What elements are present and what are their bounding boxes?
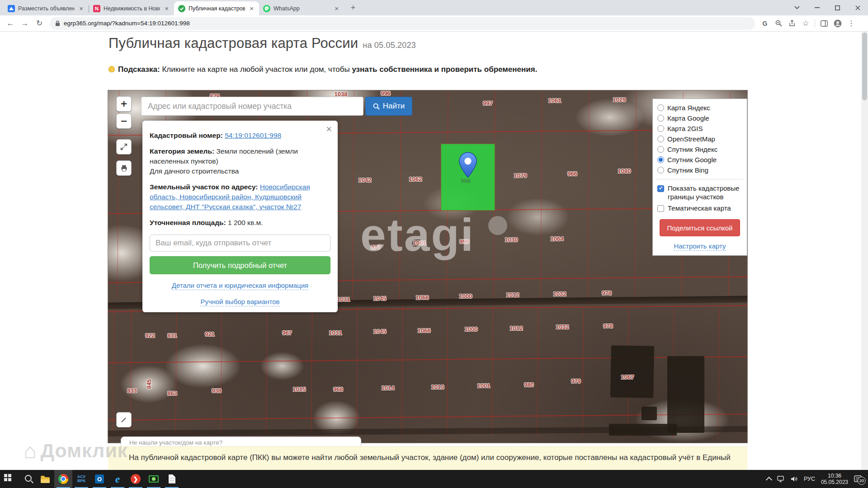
parcel-label-978[interactable]: 978	[602, 290, 612, 296]
tab-realty-novosibirsk[interactable]: N Недвижимость в Новосибирске ×	[89, 1, 174, 15]
tray-expand-chevron-icon[interactable]	[766, 477, 772, 483]
layer-option-4[interactable]: OpenStreetMap	[653, 134, 747, 144]
get-report-button[interactable]: Получить подробный отчет	[150, 256, 330, 274]
internet-explorer-button[interactable]: e	[108, 470, 127, 488]
menu-icon[interactable]: ⋮	[845, 17, 858, 30]
parcel-label-938[interactable]: 938	[212, 387, 222, 394]
parcel-label-1032[interactable]: 1032	[556, 324, 569, 330]
parcel-label-1012[interactable]: 1012	[510, 325, 523, 332]
parcel-label-1062[interactable]: 1062	[409, 176, 422, 183]
profile-avatar-icon[interactable]	[831, 17, 844, 30]
layer-option-7[interactable]: Спутник Bing	[653, 165, 747, 175]
map-search-button[interactable]: Найти	[365, 97, 412, 116]
draw-pencil-button[interactable]	[116, 412, 132, 427]
layer-option-5[interactable]: Спутник Яндекс	[653, 144, 747, 155]
share-link-button[interactable]: Поделиться ссылкой	[660, 219, 740, 236]
fullscreen-button[interactable]	[116, 139, 132, 155]
new-tab-button[interactable]: +	[347, 2, 359, 14]
layer-option-1[interactable]: Карта Яндекс	[653, 103, 747, 113]
map-marker-pin-icon[interactable]	[458, 152, 478, 178]
forward-button[interactable]: →	[18, 17, 32, 30]
parcel-label-833[interactable]: 833	[127, 387, 137, 394]
parcel-label-1064[interactable]: 1064	[551, 235, 564, 242]
parcel-label-1000[interactable]: 1000	[465, 326, 478, 333]
configure-map-link[interactable]: Настроить карту	[674, 242, 726, 251]
parcel-label-1079[interactable]: 1079	[514, 172, 527, 179]
parcel-label-1080[interactable]: 1080	[618, 168, 631, 174]
scrollbar-thumb[interactable]	[862, 33, 867, 100]
popup-close-icon[interactable]: ×	[326, 124, 332, 134]
parcel-label-1067[interactable]: 1067	[621, 374, 634, 380]
tab-cadastral-map-active[interactable]: Публичная кадастровая карта - ×	[174, 1, 259, 15]
layer-option-6[interactable]: Спутник Google	[653, 155, 747, 165]
parcel-label-1031[interactable]: 1031	[329, 329, 342, 336]
parcel-label-1032[interactable]: 1032	[553, 291, 566, 297]
tab-post-ad[interactable]: Разместить объявление о прод ×	[4, 1, 89, 15]
parcel-label-1000[interactable]: 1000	[459, 293, 472, 300]
parcel-label-1045[interactable]: 1045	[373, 295, 387, 302]
zoom-out-button[interactable]: −	[116, 113, 132, 129]
reload-button[interactable]: ↻	[33, 17, 46, 30]
tab-close-icon[interactable]: ×	[333, 5, 340, 12]
red-app-button[interactable]: ❯	[127, 470, 145, 488]
close-button[interactable]	[848, 0, 868, 15]
parcel-label-978[interactable]: 978	[603, 323, 613, 329]
notification-center[interactable]: 20	[854, 475, 863, 483]
parcel-label-1013[interactable]: 1013	[431, 384, 444, 390]
bookmark-star-icon[interactable]: ☆	[799, 17, 812, 30]
tab-whatsapp[interactable]: WhatsApp ×	[259, 1, 344, 15]
translate-icon[interactable]: G	[759, 17, 771, 30]
parcel-label-997[interactable]: 997	[483, 100, 493, 107]
tab-close-icon[interactable]: ×	[78, 5, 85, 12]
parcel-label-1030[interactable]: 1030	[505, 236, 518, 243]
parcel-label-996[interactable]: 996	[381, 90, 391, 97]
kad-number-link[interactable]: 54:19:012601:998	[225, 131, 281, 139]
share-icon[interactable]	[786, 17, 798, 30]
parcel-label-1061[interactable]: 1061	[548, 97, 561, 104]
parcel-label-1042[interactable]: 1042	[359, 177, 372, 183]
parcel-label-968[interactable]: 968	[333, 386, 343, 393]
report-details-link[interactable]: Детали отчета и юридическая информация	[172, 282, 308, 290]
parcel-label-979[interactable]: 979	[571, 378, 581, 385]
parcel-label-966[interactable]: 966	[567, 170, 577, 177]
maximize-button[interactable]	[827, 0, 848, 15]
parcel-label-1015[interactable]: 1015	[293, 386, 306, 393]
network-icon[interactable]	[777, 476, 785, 482]
back-button[interactable]: ←	[4, 17, 17, 30]
parcel-label-1066[interactable]: 1066	[416, 294, 429, 301]
parcel-label-922[interactable]: 922	[145, 332, 155, 339]
minimize-button[interactable]	[807, 0, 827, 15]
checkbox-cadastral-borders[interactable]: Показать кадастровые границы участков	[653, 183, 747, 203]
cadastral-map[interactable]: 998 829103899699710611029104210621079966…	[108, 90, 747, 443]
zoom-in-button[interactable]: +	[116, 96, 132, 112]
page-scrollbar[interactable]	[861, 32, 868, 470]
parcel-label-1031[interactable]: 1031	[337, 296, 350, 303]
manual-variants-link[interactable]: Ручной выбор вариантов	[200, 298, 279, 306]
email-input[interactable]	[150, 235, 330, 252]
layer-option-2[interactable]: Карта Google	[653, 113, 747, 123]
file-explorer-button[interactable]	[36, 470, 54, 488]
parcel-label-1001[interactable]: 1001	[477, 382, 491, 389]
map-search-input[interactable]	[141, 97, 363, 116]
volume-icon[interactable]	[791, 476, 798, 482]
taskbar-clock[interactable]: 10:3605.05.2023	[821, 473, 848, 485]
checkbox-thematic-map[interactable]: Тематическая карта	[653, 203, 747, 214]
parcel-label-1029[interactable]: 1029	[613, 96, 626, 103]
parcel-label-845[interactable]: 845	[146, 379, 152, 389]
tab-search-chevron-icon[interactable]	[787, 0, 807, 15]
side-panel-icon[interactable]	[818, 17, 830, 30]
tab-close-icon[interactable]: ×	[163, 5, 170, 12]
language-indicator[interactable]: РУС	[804, 476, 815, 482]
address-bar[interactable]: egrp365.org/map/?kadnum=54:19:012601:998	[50, 17, 755, 30]
parcel-label-831[interactable]: 831	[167, 332, 177, 339]
parcel-label-863[interactable]: 863	[167, 390, 177, 397]
zoom-icon[interactable]	[772, 17, 785, 30]
parcel-label-1014[interactable]: 1014	[382, 385, 395, 391]
parcel-label-921[interactable]: 921	[205, 331, 215, 338]
layer-option-3[interactable]: Карта 2GIS	[653, 123, 747, 134]
taskbar-search-button[interactable]	[18, 470, 36, 488]
green-monitor-app-button[interactable]	[145, 470, 163, 488]
outlook-button[interactable]: O	[90, 470, 108, 488]
parcel-label-1045[interactable]: 1045	[373, 328, 387, 335]
document-app-button[interactable]	[163, 470, 181, 488]
